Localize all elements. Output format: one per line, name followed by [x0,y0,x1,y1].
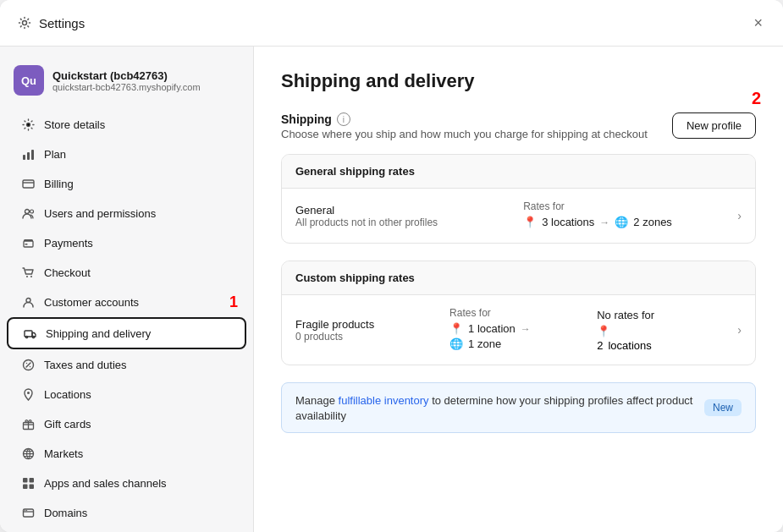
header-left: Settings [17,15,85,30]
store-url: quickstart-bcb42763.myshopify.com [52,82,201,92]
general-rates-label: Rates for [523,200,737,212]
globe-icon [20,446,36,461]
main-content: Shipping and delivery Shipping i Choose … [254,47,783,532]
svg-point-10 [26,276,28,277]
loc-pin2-icon: 📍 [597,325,610,337]
sidebar-item-customer-events[interactable]: Customer events [7,528,246,532]
domain-icon [20,505,36,520]
new-badge: New [704,399,742,416]
store-avatar: Qu [14,65,44,96]
custom-shipping-card: Custom shipping rates Fragile products 0… [281,261,756,365]
svg-rect-4 [31,150,34,160]
globe-small-icon: 🌐 [615,216,628,228]
person-icon [20,294,36,310]
inventory-bar: Manage fulfillable inventory to determin… [281,382,756,433]
modal-title: Settings [39,16,85,30]
sidebar-item-taxes[interactable]: Taxes and duties [7,350,246,379]
arrow-right2-icon: → [521,323,531,335]
store-info[interactable]: Qu Quickstart (bcb42763) quickstart-bcb4… [0,60,253,109]
chart-icon [20,146,36,162]
svg-rect-2 [23,155,25,160]
svg-rect-3 [27,152,30,160]
gift-icon [20,416,36,431]
payments-icon [20,235,36,250]
inventory-text-before: Manage [295,394,339,407]
location-icon [20,387,36,402]
sidebar-label-users: Users and permissions [44,207,156,220]
gear-icon [20,117,36,132]
no-rates-count: 2 [597,339,603,352]
page-title: Shipping and delivery [281,70,756,92]
fragile-zone: 1 zone [468,337,501,350]
arrow-right-icon: → [599,217,609,228]
svg-rect-21 [29,478,34,483]
sidebar-item-users[interactable]: Users and permissions [7,199,246,228]
loc-pin-icon: 📍 [449,322,463,335]
sidebar-label-domains: Domains [44,507,87,519]
no-rates-title: No rates for [597,309,737,321]
sidebar: Qu Quickstart (bcb42763) quickstart-bcb4… [0,47,254,532]
svg-point-7 [30,210,33,213]
chevron-right2-icon: › [737,323,742,337]
general-shipping-card: General shipping rates General All produ… [281,154,756,244]
general-locations: 3 locations [542,216,594,228]
shipping-section-subtitle: Choose where you ship and how much you c… [281,128,648,140]
svg-point-12 [26,298,30,302]
sidebar-label-apps: Apps and sales channels [44,477,167,490]
sidebar-item-store-details[interactable]: Store details [7,110,246,139]
sidebar-item-checkout[interactable]: Checkout [7,258,246,287]
svg-point-0 [23,21,27,25]
sidebar-item-billing[interactable]: Billing [7,169,246,198]
general-card-title: General shipping rates [282,155,755,189]
sidebar-item-apps[interactable]: Apps and sales channels [7,469,246,497]
svg-rect-22 [23,484,28,489]
sidebar-label-customer-accounts: Customer accounts [44,296,139,309]
sidebar-item-payments[interactable]: Payments [7,228,246,257]
sidebar-item-gift-cards[interactable]: Gift cards [7,409,246,438]
badge-1: 1 [229,293,238,311]
svg-rect-20 [23,478,28,483]
sidebar-label-shipping: Shipping and delivery [46,327,151,340]
sidebar-item-domains[interactable]: Domains [7,498,246,527]
badge-2: 2 [752,89,761,108]
general-product-sub: All products not in other profiles [295,217,510,228]
fragile-rates-label: Rates for [449,307,590,319]
sidebar-label-markets: Markets [44,447,83,460]
fulfillable-inventory-link[interactable]: fulfillable inventory [339,394,429,407]
sidebar-item-markets[interactable]: Markets [7,439,246,468]
sidebar-label-checkout: Checkout [44,266,91,279]
info-icon[interactable]: i [337,112,350,126]
settings-icon [17,15,32,30]
location-pin-icon: 📍 [523,216,537,228]
svg-point-6 [25,209,29,213]
fragile-row[interactable]: Fragile products 0 products Rates for 📍 … [282,295,755,365]
general-shipping-row[interactable]: General All products not in other profil… [282,189,755,243]
svg-point-11 [30,276,32,277]
shipping-section-title: Shipping [281,112,332,126]
close-button[interactable]: × [750,12,766,34]
svg-point-25 [24,509,25,510]
cart-icon [20,265,36,280]
apps-icon [20,475,36,491]
store-name: Quickstart (bcb42763) [52,69,201,82]
fragile-location: 1 location [468,322,516,335]
custom-card-title: Custom shipping rates [282,261,755,295]
svg-rect-13 [25,331,32,337]
tax-icon [20,357,36,372]
new-profile-button[interactable]: New profile [672,112,756,139]
no-rates-locations: locations [608,339,651,352]
sidebar-item-shipping[interactable]: Shipping and delivery [7,317,246,349]
fragile-sub: 0 products [295,331,436,343]
truck-icon [22,326,37,341]
svg-point-1 [26,123,30,126]
sidebar-item-plan[interactable]: Plan [7,140,246,168]
sidebar-label-plan: Plan [44,148,66,161]
sidebar-item-locations[interactable]: Locations [7,380,246,409]
sidebar-label-locations: Locations [44,388,91,401]
general-product-name: General [295,204,510,217]
sidebar-label-gift-cards: Gift cards [44,418,91,431]
sidebar-item-customer-accounts[interactable]: Customer accounts 1 [7,288,246,316]
sidebar-label-billing: Billing [44,178,74,190]
settings-modal: Settings × Qu Quickstart (bcb42763) quic… [0,0,783,532]
modal-header: Settings × [0,0,783,47]
